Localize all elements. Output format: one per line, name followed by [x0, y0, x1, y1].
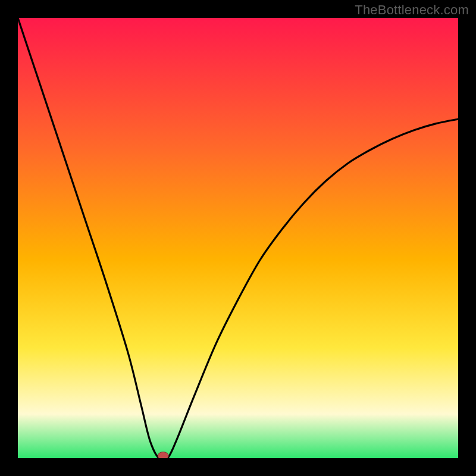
- valley-marker: [158, 452, 168, 459]
- gradient-background: [18, 18, 458, 458]
- plot-area: [18, 18, 458, 458]
- watermark-text: TheBottleneck.com: [355, 2, 469, 18]
- plot-svg: [18, 18, 458, 458]
- chart-frame: TheBottleneck.com: [0, 0, 476, 476]
